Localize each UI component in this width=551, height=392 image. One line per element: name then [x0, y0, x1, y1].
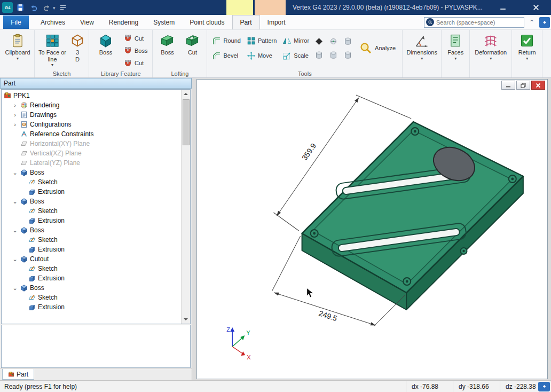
tab-file[interactable]: File: [3, 15, 29, 29]
tree-item-extrusion[interactable]: Extrusion: [2, 245, 181, 254]
tree-item-extrusion[interactable]: Extrusion: [2, 187, 181, 197]
tree-item-sketch[interactable]: Sketch: [2, 264, 181, 273]
cylinder-tool-button-2[interactable]: [312, 48, 326, 62]
analyze-button[interactable]: Analyze: [355, 31, 400, 65]
status-app-button[interactable]: [538, 382, 550, 391]
tree-item-lateral-yz-plane[interactable]: Lateral(YZ) Plane: [2, 158, 181, 168]
cylinder-tool-button-4[interactable]: [341, 48, 355, 62]
sketch-3d-button[interactable]: 3 D: [68, 31, 86, 69]
to-face-or-line-button[interactable]: To Face or line: [37, 31, 68, 69]
plane-icon: [20, 150, 28, 157]
sketch-3d-label: 3 D: [74, 49, 81, 62]
cylinder-tool-button-1[interactable]: [341, 34, 355, 48]
ribbon-group-lofting: Boss Cut Lofting: [153, 30, 207, 77]
dimensions-button[interactable]: Dimensions: [405, 31, 439, 69]
minimize-button[interactable]: [492, 0, 514, 15]
expander-icon[interactable]: ⌄: [12, 256, 18, 263]
tab-system[interactable]: System: [146, 15, 182, 29]
close-button[interactable]: [525, 0, 547, 15]
3d-scene[interactable]: 359.9 249.5 Z Y: [197, 80, 547, 379]
bevel-button[interactable]: Bevel: [209, 48, 243, 63]
expander-icon[interactable]: ›: [12, 121, 18, 128]
title-bar[interactable]: G4 Vertex G4 2023 / 29.0.00 (beta) (r190…: [0, 0, 551, 15]
return-check-icon: [519, 33, 534, 48]
tree-item-ppk1[interactable]: PPK1: [2, 91, 181, 100]
expander-icon[interactable]: ⌄: [12, 227, 18, 234]
feature-tree: PPK1›Rendering›Drawings›ConfigurationsRe…: [2, 90, 181, 324]
tab-point-clouds[interactable]: Point clouds: [182, 15, 232, 29]
scrollbar-thumb[interactable]: [183, 99, 190, 145]
tree-item-sketch[interactable]: Sketch: [2, 206, 181, 216]
tree-item-sketch[interactable]: Sketch: [2, 177, 181, 187]
bevel-icon: [212, 51, 221, 60]
pattern-button[interactable]: Pattern: [244, 33, 279, 48]
expander-icon[interactable]: ›: [12, 112, 18, 118]
tab-rendering[interactable]: Rendering: [101, 15, 146, 29]
viewport-minimize-button[interactable]: [501, 81, 515, 90]
tab-part[interactable]: Part: [232, 15, 260, 29]
ribbon-group-tools: Round Bevel Pattern Move Mirror Scale: [207, 30, 403, 77]
panel-header: Part: [0, 78, 192, 89]
tree-item-extrusion[interactable]: Extrusion: [2, 302, 181, 312]
cylinder-tool-button-3[interactable]: [327, 48, 340, 62]
tree-item-label: Sketch: [38, 265, 58, 272]
tree-item-configurations[interactable]: ›Configurations: [2, 120, 181, 129]
expander-icon[interactable]: ›: [12, 102, 18, 108]
tree-item-rendering[interactable]: ›Rendering: [2, 100, 181, 110]
undo-button[interactable]: [28, 2, 40, 13]
library-boss-button[interactable]: Boss: [91, 31, 120, 69]
tree-item-sketch[interactable]: Sketch: [2, 235, 181, 245]
tree-item-horizontal-xy-plane[interactable]: Horizontal(XY) Plane: [2, 139, 181, 148]
search-input[interactable]: [436, 19, 522, 26]
viewport[interactable]: 359.9 249.5 Z Y: [196, 79, 548, 379]
expander-icon[interactable]: ⌄: [12, 198, 18, 205]
mirror-button[interactable]: Mirror: [280, 33, 312, 48]
redo-button[interactable]: [41, 2, 53, 13]
tree-scrollbar[interactable]: [181, 90, 190, 324]
return-button[interactable]: Return: [514, 31, 540, 69]
tab-view[interactable]: View: [73, 15, 101, 29]
lofting-cut-button[interactable]: Cut: [180, 31, 204, 69]
faces-button[interactable]: Faces: [444, 31, 467, 69]
tree-item-drawings[interactable]: ›Drawings: [2, 110, 181, 120]
library-boss-small-button[interactable]: Boss: [121, 44, 150, 57]
panel-tab-part[interactable]: Part: [2, 369, 34, 380]
search-box[interactable]: [424, 17, 524, 28]
model-enclosure[interactable]: [302, 122, 523, 310]
tree-item-cutout[interactable]: ⌄Cutout: [2, 254, 181, 264]
measure-diamond-button[interactable]: [312, 34, 326, 48]
tab-archives[interactable]: Archives: [33, 15, 73, 29]
tree-item-sketch[interactable]: Sketch: [2, 293, 181, 302]
library-cut-button[interactable]: Cut: [121, 32, 150, 44]
viewport-close-button[interactable]: [531, 81, 545, 90]
round-button[interactable]: Round: [209, 33, 243, 48]
tree-item-extrusion[interactable]: Extrusion: [2, 216, 181, 225]
lofting-boss-button[interactable]: Boss: [155, 31, 179, 69]
quick-access-dropdown[interactable]: [53, 4, 56, 11]
sphere-tool-button[interactable]: [327, 34, 340, 48]
scroll-up-arrow[interactable]: [182, 90, 191, 98]
tree-item-boss[interactable]: ⌄Boss: [2, 283, 181, 293]
sketch-icon: [28, 294, 36, 301]
viewport-restore-button[interactable]: [516, 81, 530, 90]
move-button[interactable]: Move: [244, 48, 279, 63]
tree-item-boss[interactable]: ⌄Boss: [2, 168, 181, 177]
deformation-button[interactable]: Deformation: [472, 31, 509, 69]
save-button[interactable]: [14, 2, 26, 13]
tree-item-boss[interactable]: ⌄Boss: [2, 197, 181, 206]
collapse-ribbon-button[interactable]: [528, 19, 536, 26]
expander-icon[interactable]: ⌄: [12, 285, 18, 292]
tree-item-boss[interactable]: ⌄Boss: [2, 225, 181, 235]
clipboard-button[interactable]: Clipboard: [3, 31, 32, 69]
customize-toolbar-button[interactable]: [57, 2, 69, 13]
tree-item-vertical-xz-plane[interactable]: Vertical(XZ) Plane: [2, 148, 181, 158]
tab-import[interactable]: Import: [260, 15, 293, 29]
ribbon-pin-button[interactable]: [539, 17, 550, 28]
scroll-down-arrow[interactable]: [182, 315, 191, 324]
tree-item-reference-constraints[interactable]: Reference Constraints: [2, 129, 181, 139]
import-tab-highlight: [255, 0, 286, 15]
scale-button[interactable]: Scale: [280, 48, 312, 63]
library-cut-small-button[interactable]: Cut: [121, 57, 150, 69]
tree-item-extrusion[interactable]: Extrusion: [2, 273, 181, 283]
expander-icon[interactable]: ⌄: [12, 169, 18, 176]
